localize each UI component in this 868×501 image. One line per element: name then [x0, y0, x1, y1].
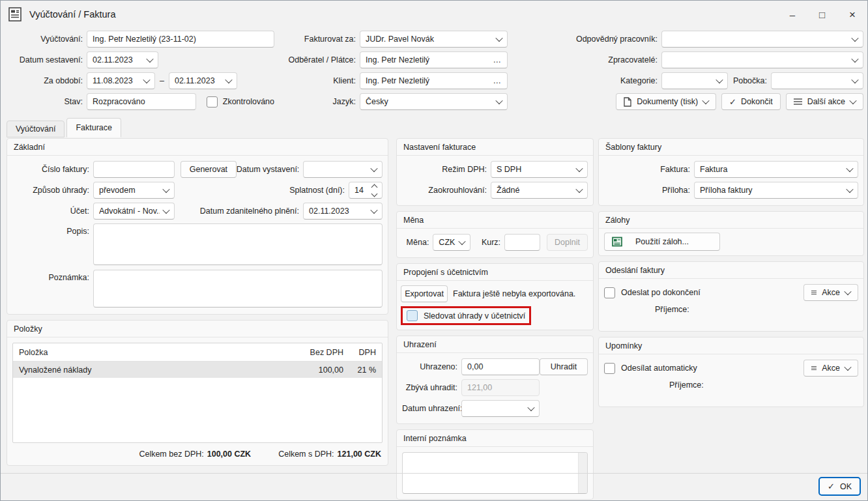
dalsi-akce-button[interactable]: Další akce	[786, 93, 863, 110]
splatnost-stepper[interactable]: 14	[349, 182, 383, 199]
generovat-button[interactable]: Generovat	[181, 161, 237, 178]
chevron-down-icon	[370, 207, 377, 214]
jazyk-dropdown[interactable]: Česky	[360, 93, 508, 110]
chevron-down-icon	[146, 55, 153, 63]
klient-field[interactable]: Ing. Petr Nezletilý …	[360, 72, 508, 89]
zbyva-uhradit-input	[461, 379, 540, 396]
obdobi-from-dropdown[interactable]: 11.08.2023	[87, 72, 155, 89]
popis-textarea[interactable]	[93, 223, 383, 265]
footer-separator	[1, 473, 867, 474]
datum-sestaveni-label: Datum sestavení:	[6, 55, 83, 64]
stepper-arrows-icon[interactable]	[372, 185, 377, 196]
upominky-akce-button[interactable]: Akce	[803, 360, 858, 377]
stav-label: Stav:	[6, 97, 83, 106]
chevron-down-icon	[370, 165, 377, 172]
odesilat-automaticky-label: Odesílat automaticky	[621, 364, 697, 373]
datum-uhrazeni-dropdown[interactable]	[461, 400, 540, 417]
vyuctovani-input[interactable]	[87, 31, 274, 48]
tab-fakturace[interactable]: Fakturace	[66, 118, 121, 137]
odberatel-field[interactable]: Ing. Petr Nezletilý …	[360, 51, 508, 68]
chevron-down-icon	[844, 288, 851, 295]
doplnit-button[interactable]: Doplnit	[547, 234, 588, 251]
datum-vystaveni-dropdown[interactable]	[303, 161, 383, 178]
chevron-down-icon	[575, 165, 583, 172]
odesilat-automaticky-checkbox[interactable]	[604, 363, 615, 374]
priloha-dropdown[interactable]: Příloha faktury	[694, 182, 858, 199]
ellipsis-icon[interactable]: …	[493, 55, 502, 64]
tab-vyuctovani[interactable]: Vyúčtování	[7, 121, 65, 137]
sledovat-uhrady-checkbox[interactable]	[407, 310, 418, 321]
kurz-input[interactable]	[504, 234, 540, 251]
uhrazeni-title: Uhrazení	[397, 336, 593, 353]
cislo-faktury-input[interactable]	[93, 161, 175, 178]
invoice-document-icon	[8, 7, 22, 21]
zpusob-uhrady-dropdown[interactable]: převodem	[93, 182, 175, 199]
chevron-down-icon	[162, 186, 169, 193]
upominky-group: Upomínky Odesílat automaticky Akce Příje…	[598, 337, 864, 407]
poznamka-textarea[interactable]	[93, 270, 383, 308]
odeslani-prijemce-label: Příjemce:	[655, 305, 858, 314]
celkem-s-dph-label: Celkem s DPH:	[278, 450, 334, 459]
zpracovatele-dropdown[interactable]	[661, 51, 863, 68]
chevron-down-icon	[575, 186, 583, 193]
zaokrouhlovani-dropdown[interactable]: Žádné	[491, 182, 588, 199]
dokumenty-tisk-button[interactable]: Dokumenty (tisk)	[616, 93, 716, 110]
odpovedny-dropdown[interactable]	[661, 31, 863, 48]
mena-title: Měna	[397, 212, 593, 229]
mena-dropdown[interactable]: CZK	[433, 234, 470, 251]
odeslani-akce-button[interactable]: Akce	[803, 284, 858, 301]
polozky-group: Položky Položka Bez DPH DPH Vynaložené n…	[7, 320, 388, 466]
splatnost-label: Splatnost (dní):	[175, 186, 345, 195]
stav-field: Rozpracováno	[87, 93, 196, 110]
upominky-title: Upomínky	[599, 337, 863, 354]
datum-zdanitelneho-dropdown[interactable]: 02.11.2023	[303, 203, 383, 220]
zalohy-title: Zálohy	[599, 212, 863, 229]
faktura-sablona-dropdown[interactable]: Faktura	[694, 161, 858, 178]
chevron-down-icon	[458, 238, 465, 245]
odeslat-po-dokonceni-label: Odeslat po dokončení	[621, 288, 701, 297]
chevron-down-icon	[495, 35, 502, 42]
ellipsis-icon[interactable]: …	[493, 76, 502, 85]
minimize-button[interactable]: –	[790, 10, 795, 20]
sablony-group: Šablony faktury Faktura: Faktura Příloha…	[598, 138, 864, 206]
pouziti-zaloh-button[interactable]: Použití záloh...	[604, 233, 720, 251]
datum-sestaveni-dropdown[interactable]: 02.11.2023	[87, 51, 158, 68]
check-icon: ✓	[828, 482, 835, 491]
exportovat-button[interactable]: Exportovat	[401, 285, 448, 302]
hamburger-icon	[811, 289, 817, 296]
chevron-down-icon	[851, 35, 858, 42]
fakturovat-za-dropdown[interactable]: JUDr. Pavel Novák	[360, 31, 508, 48]
chevron-down-icon	[495, 97, 502, 104]
chevron-down-icon	[702, 97, 709, 104]
uhrazeno-input[interactable]	[461, 358, 540, 375]
chevron-down-icon	[527, 404, 534, 411]
ucet-dropdown[interactable]: Advokátní - Nov...	[93, 203, 175, 220]
odeslat-po-dokonceni-checkbox[interactable]	[604, 287, 615, 298]
polozky-title: Položky	[7, 321, 388, 337]
polozky-table: Položka Bez DPH DPH Vynaložené náklady 1…	[12, 343, 383, 443]
obdobi-to-dropdown[interactable]: 02.11.2023	[169, 72, 237, 89]
zkontrolovano-checkbox[interactable]	[207, 96, 218, 107]
ok-button[interactable]: ✓ OK	[818, 477, 861, 496]
table-row[interactable]: Vynaložené náklady 100,00 21 %	[13, 362, 382, 378]
kategorie-dropdown[interactable]	[661, 72, 728, 89]
zakladni-group: Základní Číslo faktury: Generovat Datum …	[7, 138, 388, 315]
celkem-bez-dph-value: 100,00 CZK	[207, 450, 251, 459]
app-window: Vyúčtování / Faktura – □ × Vyúčtování: D…	[0, 0, 868, 501]
export-status-text: Faktura ještě nebyla exportována.	[453, 289, 575, 298]
maximize-button[interactable]: □	[819, 10, 825, 20]
uhradit-button[interactable]: Uhradit	[540, 358, 588, 375]
dokoncit-button[interactable]: ✓ Dokončit	[721, 93, 781, 110]
tab-strip: Vyúčtování Fakturace	[7, 118, 123, 137]
close-button[interactable]: ×	[849, 9, 856, 20]
table-header: Položka Bez DPH DPH	[13, 343, 382, 362]
fakturovat-za-label: Fakturovat za:	[281, 35, 356, 44]
chevron-down-icon	[162, 207, 169, 214]
pobocka-label: Pobočka:	[728, 76, 767, 85]
poznamka-label: Poznámka:	[12, 273, 89, 282]
chevron-down-icon	[849, 97, 856, 104]
rezim-dph-dropdown[interactable]: S DPH	[491, 161, 588, 178]
right-column: Šablony faktury Faktura: Faktura Příloha…	[598, 138, 864, 412]
zaokrouhlovani-label: Zaokrouhlování:	[402, 186, 487, 195]
pobocka-dropdown[interactable]	[771, 72, 863, 89]
